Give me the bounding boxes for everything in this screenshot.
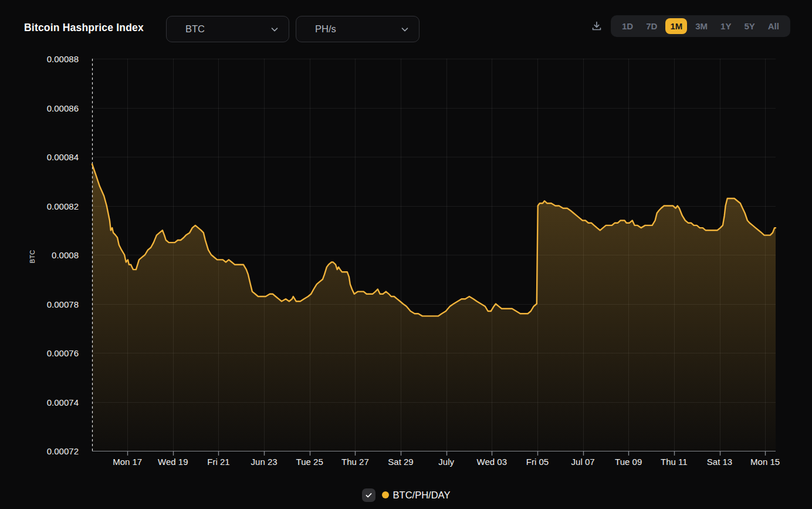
x-tick-label: Tue 25 [296, 457, 323, 467]
x-tick-label: Wed 19 [158, 457, 188, 467]
x-tick-label: Fri 21 [207, 457, 229, 467]
y-tick-label: 0.0008 [52, 250, 79, 260]
x-tick-label: Wed 03 [477, 457, 507, 467]
legend-checkbox[interactable] [362, 488, 375, 502]
x-tick-label: Jun 23 [251, 457, 278, 467]
x-axis [92, 451, 776, 456]
y-tick-label: 0.00074 [47, 397, 79, 407]
x-tick-label: Fri 05 [526, 457, 549, 467]
y-tick-label: 0.00078 [47, 299, 79, 309]
y-tick-label: 0.00084 [47, 152, 79, 162]
y-tick-label: 0.00082 [47, 201, 79, 211]
y-tick-label: 0.00088 [47, 54, 79, 64]
x-axis-labels: Mon 17Wed 19Fri 21Jun 23Tue 25Thu 27Sat … [0, 457, 781, 470]
x-tick-label: Jul 07 [571, 457, 595, 467]
series-dot [382, 491, 389, 498]
x-tick-label: Tue 09 [615, 457, 642, 467]
legend-series-label: BTC/PH/DAY [393, 490, 451, 501]
y-tick-label: 0.00086 [47, 103, 79, 113]
y-tick-label: 0.00072 [47, 446, 79, 456]
check-icon [365, 491, 373, 499]
area-fill [92, 164, 776, 451]
y-axis-labels: 0.000880.000860.000840.000820.00080.0007… [0, 0, 79, 470]
hashprice-chart[interactable] [0, 0, 812, 509]
x-tick-label: Mon 15 [750, 457, 780, 467]
legend: BTC/PH/DAY [0, 487, 812, 503]
x-tick-label: Sat 13 [707, 457, 732, 467]
x-tick-label: Sat 29 [388, 457, 413, 467]
x-tick-label: Thu 27 [341, 457, 369, 467]
x-tick-label: Mon 17 [113, 457, 142, 467]
x-tick-label: July [438, 457, 454, 467]
x-tick-label: Thu 11 [661, 457, 688, 467]
y-tick-label: 0.00076 [47, 348, 79, 358]
